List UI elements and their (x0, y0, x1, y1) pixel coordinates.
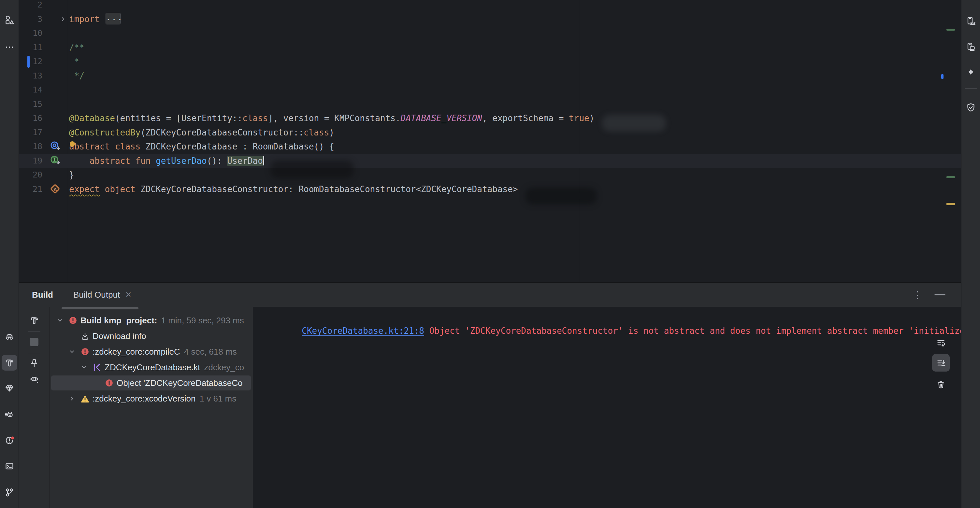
play-policy-shield-icon (966, 102, 976, 113)
stripe-button-structure-icon[interactable] (2, 13, 17, 28)
folded-imports-badge[interactable]: ... (105, 13, 121, 24)
code-text: } (69, 168, 74, 182)
token-kw: import (69, 14, 105, 24)
code-text: /** (69, 40, 84, 55)
scrollbar-error-stripe-mark (947, 203, 955, 205)
editor-line-3: 3import ... (19, 12, 961, 26)
build-tree-row[interactable]: Object 'ZDCKeyCoreDatabaseCo (50, 375, 253, 391)
tree-row-text: :zdckey_core:compileC4 sec, 618 ms (92, 344, 237, 359)
toolbar-button-stop-icon (26, 334, 42, 350)
toolbar-button-eye-filter-icon[interactable] (26, 371, 42, 387)
console-error-line: CKeyCoreDatabase.kt:21:8 Object 'ZDCKeyC… (261, 311, 961, 350)
minimize-panel-icon[interactable] (934, 294, 945, 295)
token-ann: @Database (69, 113, 115, 123)
file-location-link[interactable]: CKeyCoreDatabase.kt:21:8 (302, 326, 424, 336)
kotlin-file-icon (92, 359, 102, 375)
console-button-clear-all-icon[interactable] (932, 375, 950, 393)
token-fn: getUserDao (156, 156, 207, 166)
build-tool-window: Build Build Output ✕ ⋮ Build kmp_project… (19, 282, 961, 508)
scrollbar-error-stripe-mark (947, 176, 955, 178)
error-icon (68, 313, 78, 328)
tree-row-label: Build kmp_project: (81, 313, 157, 328)
build-tree-row[interactable]: Build kmp_project:1 min, 59 sec, 293 ms (50, 313, 253, 328)
tree-row-duration: 4 sec, 618 ms (184, 344, 237, 359)
editor-line-16: 16@Database(entities = [UserEntity::clas… (19, 111, 961, 125)
stripe-button-device-manager-icon[interactable] (963, 13, 979, 29)
close-tab-icon[interactable]: ✕ (125, 291, 132, 298)
line-number: 3 (19, 12, 42, 26)
editor-line-17: 17@ConstructedBy(ZDCKeyCoreDatabaseConst… (19, 125, 961, 140)
more-options-kebab-icon[interactable]: ⋮ (912, 290, 923, 300)
editor-line-20: 20} (19, 168, 961, 182)
token-cm: /** (69, 43, 84, 52)
stripe-button-terminal-icon[interactable] (2, 459, 17, 474)
stripe-button-gemini-sparkle-icon[interactable] (963, 64, 979, 80)
code-text: * (69, 54, 79, 69)
stripe-button-app-inspection-icon[interactable] (2, 380, 17, 396)
build-icon (4, 357, 15, 368)
toolbar-button-pin-icon[interactable] (26, 355, 42, 371)
build-console[interactable]: CKeyCoreDatabase.kt:21:8 Object 'ZDCKeyC… (253, 307, 961, 508)
gemini-sparkle-icon (966, 67, 976, 77)
error-icon (80, 344, 90, 359)
terminal-icon (4, 461, 15, 471)
stripe-button-play-policy-shield-icon[interactable] (963, 100, 979, 115)
editor-line-15: 15 (19, 97, 961, 111)
build-tree-row[interactable]: Download info (50, 328, 253, 344)
toolbar-button-build-hammer-icon[interactable] (26, 313, 42, 328)
chevron-down-icon[interactable] (80, 359, 88, 375)
stripe-button-logcat-icon[interactable] (2, 407, 17, 422)
console-toolbar (931, 307, 956, 508)
build-tree-row[interactable]: ZDCKeyCoreDatabase.ktzdckey_co (50, 359, 253, 375)
line-number: 15 (19, 97, 42, 111)
chevron-right-icon[interactable] (68, 391, 76, 406)
line-number: 10 (19, 26, 42, 40)
problems-icon (4, 435, 15, 446)
expect-class-icon[interactable] (49, 140, 62, 154)
token-pl (69, 156, 90, 166)
left-tool-stripe (0, 0, 19, 508)
chevron-down-icon[interactable] (56, 313, 64, 328)
console-button-soft-wrap-icon[interactable] (932, 334, 950, 351)
token-kw: object (105, 184, 135, 194)
editor-line-21: 21Aexpect object ZDCKeyCoreDatabaseConst… (19, 182, 961, 196)
chevron-down-icon[interactable] (68, 344, 76, 359)
stripe-button-build-icon[interactable] (2, 355, 17, 371)
fold-chevron-icon[interactable] (59, 12, 68, 26)
expect-function-icon[interactable] (49, 154, 62, 168)
token-pl: ) (589, 113, 595, 123)
right-tool-stripe (961, 0, 980, 508)
console-button-scroll-to-end-icon[interactable] (932, 354, 950, 371)
tree-row-label: Download info (92, 328, 146, 344)
token-pl: , exportSchema = (482, 113, 569, 123)
stripe-button-running-devices-icon[interactable] (963, 39, 979, 55)
structure-icon (4, 15, 15, 25)
tree-row-text: Download info (92, 328, 146, 344)
tree-row-label: :zdckey_core:xcodeVersion (92, 391, 196, 406)
version-control-icon (4, 487, 15, 498)
build-tree-row[interactable]: :zdckey_core:compileC4 sec, 618 ms (50, 344, 253, 359)
actual-declaration-icon[interactable]: A (49, 182, 62, 196)
stripe-button-profiler-icon[interactable] (2, 329, 17, 345)
token-hl: UserDao (227, 156, 263, 166)
editor-line-13: 13 */ (19, 69, 961, 83)
scrollbar-error-stripe-mark (941, 74, 943, 79)
stripe-button-version-control-icon[interactable] (2, 484, 17, 500)
build-tree-row[interactable]: :zdckey_core:xcodeVersion1 v 61 ms (50, 391, 253, 406)
code-editor[interactable]: 23import ...1011/**12 *13 */141516@Datab… (19, 0, 961, 282)
tab-build-output[interactable]: Build Output ✕ (69, 283, 135, 307)
code-text: @ConstructedBy(ZDCKeyCoreDatabaseConstru… (69, 125, 334, 140)
token-pl: ZDCKeyCoreDatabase : RoomDatabase() { (146, 142, 334, 151)
token-pl: ZDCKeyCoreDatabaseConstructor: RoomDatab… (135, 184, 518, 194)
stripe-button-more-tool-windows-icon[interactable] (2, 40, 17, 55)
build-panel-toolbar (19, 307, 49, 508)
line-number: 16 (19, 111, 42, 125)
build-panel-header: Build Build Output ✕ ⋮ (19, 283, 961, 307)
tree-row-label: ZDCKeyCoreDatabase.kt (105, 359, 200, 375)
stripe-button-problems-icon[interactable] (2, 432, 17, 448)
tree-row-text: ZDCKeyCoreDatabase.ktzdckey_co (105, 359, 244, 375)
line-number: 13 (19, 69, 42, 83)
code-text: expect object ZDCKeyCoreDatabaseConstruc… (69, 182, 518, 196)
editor-line-2: 2 (19, 0, 961, 12)
change-marker (27, 56, 30, 68)
